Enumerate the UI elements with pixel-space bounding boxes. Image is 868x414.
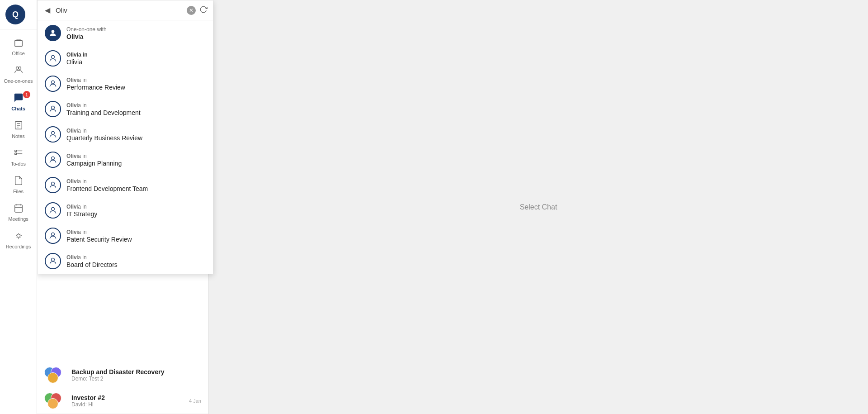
notes-label: Notes [12, 133, 25, 139]
result-top-one-on-one: One-on-one with [66, 26, 206, 33]
result-text-frontend: Olivia in Frontend Development Team [66, 178, 206, 192]
search-result-one-on-one[interactable]: One-on-one with Olivia [38, 20, 213, 46]
todos-label: To-dos [11, 161, 26, 167]
result-text-campaign: Olivia in Campaign Planning [66, 153, 206, 167]
search-result-it-strategy[interactable]: Olivia in IT Strategy [38, 198, 213, 223]
svg-point-18 [52, 30, 55, 33]
result-bottom-quarterly: Quarterly Business Review [66, 134, 206, 142]
sidebar-item-notes[interactable]: Notes [0, 116, 37, 143]
result-text-patent: Olivia in Patent Security Review [66, 229, 206, 243]
search-result-training[interactable]: Olivia in Training and Development [38, 96, 213, 122]
svg-point-20 [52, 81, 55, 84]
result-text-perf: Olivia in Performance Review [66, 77, 206, 91]
chat-info-backup: Backup and Disaster Recovery Demo: Test … [71, 368, 201, 382]
search-back-button[interactable]: ◀ [43, 5, 52, 15]
chat-time-investor: 4 Jan [189, 398, 201, 404]
content-area: Select Chat [209, 0, 868, 414]
svg-point-16 [17, 234, 20, 237]
svg-rect-0 [14, 40, 22, 46]
sidebar-item-one-on-ones[interactable]: One-on-ones [0, 61, 37, 88]
one-on-ones-icon [14, 65, 24, 77]
result-avatar-group-it [45, 202, 61, 219]
result-avatar-group-campaign [45, 152, 61, 168]
result-bottom-campaign: Campaign Planning [66, 160, 206, 167]
result-avatar-group-board [45, 253, 61, 269]
result-text-it: Olivia in IT Strategy [66, 204, 206, 218]
result-bottom-perf: Performance Review [66, 84, 206, 91]
result-bottom-board: Board of Directors [66, 261, 206, 268]
company-header: Q [0, 0, 37, 29]
result-text-quarterly: Olivia in Quarterly Business Review [66, 128, 206, 142]
chat-avatars-investor [44, 393, 66, 409]
result-text-olivia: Olivia in Olivia [66, 52, 206, 66]
svg-point-2 [16, 67, 19, 70]
search-result-patent[interactable]: Olivia in Patent Security Review [38, 223, 213, 248]
svg-point-19 [52, 55, 55, 58]
result-top-it: Olivia in [66, 204, 206, 210]
result-top-board: Olivia in [66, 254, 206, 261]
search-result-olivia-in-olivia[interactable]: Olivia in Olivia [38, 46, 213, 71]
chat-panel: Qik Enterprises Private Limited Company … [37, 0, 209, 414]
notes-icon [14, 120, 24, 132]
search-result-quarterly[interactable]: Olivia in Quarterly Business Review [38, 122, 213, 147]
meetings-icon [14, 203, 24, 215]
recordings-label: Recordings [6, 244, 31, 249]
search-clear-button[interactable]: ✕ [187, 6, 196, 15]
result-avatar-group-frontend [45, 177, 61, 193]
result-avatar-group-perf [45, 76, 61, 92]
sidebar-item-meetings[interactable]: Meetings [0, 199, 37, 226]
chats-badge: 1 [23, 91, 30, 98]
svg-point-3 [19, 67, 21, 70]
mini-avatar-3 [47, 372, 58, 383]
files-icon [14, 176, 24, 187]
meetings-label: Meetings [8, 216, 28, 222]
search-result-campaign[interactable]: Olivia in Campaign Planning [38, 147, 213, 172]
search-refresh-button[interactable] [199, 5, 208, 15]
sidebar-item-todos[interactable]: To-dos [0, 143, 37, 171]
result-text-training: Olivia in Training and Development [66, 102, 206, 116]
sidebar-item-recordings[interactable]: Recordings [0, 226, 37, 254]
search-result-performance-review[interactable]: Olivia in Performance Review [38, 71, 213, 96]
sidebar-item-files[interactable]: Files [0, 171, 37, 199]
chat-item-investor[interactable]: Investor #2 David: Hi 4 Jan [37, 388, 208, 414]
search-results-list: One-on-one with Olivia Olivia in Oli [38, 20, 213, 274]
svg-rect-10 [14, 153, 16, 155]
result-bottom-olivia: Olivia [66, 58, 206, 66]
result-bottom-it: IT Strategy [66, 210, 206, 218]
search-dropdown: ◀ ✕ [37, 0, 213, 274]
search-input[interactable] [56, 6, 183, 14]
svg-point-21 [52, 106, 55, 109]
chat-name-backup: Backup and Disaster Recovery [71, 368, 201, 376]
result-bottom-training: Training and Development [66, 109, 206, 116]
result-bottom-frontend: Frontend Development Team [66, 185, 206, 192]
chats-icon [14, 93, 24, 105]
sidebar-item-office[interactable]: Office [0, 33, 37, 61]
result-bottom-patent: Patent Security Review [66, 236, 206, 243]
result-top-campaign: Olivia in [66, 153, 206, 159]
result-top-patent: Olivia in [66, 229, 206, 235]
sidebar-item-chats[interactable]: 1 Chats [0, 88, 37, 116]
chat-info-investor: Investor #2 David: Hi [71, 394, 184, 408]
chat-preview-backup: Demo: Test 2 [71, 376, 201, 382]
result-text-board: Olivia in Board of Directors [66, 254, 206, 268]
result-top-quarterly: Olivia in [66, 128, 206, 134]
search-bar: ◀ ✕ [38, 0, 213, 20]
chat-item-backup[interactable]: Backup and Disaster Recovery Demo: Test … [37, 362, 208, 388]
svg-point-26 [52, 233, 55, 236]
app-logo: Q [5, 5, 25, 24]
sidebar: Q Office One-on-ones [0, 0, 37, 414]
files-label: Files [13, 189, 24, 194]
result-avatar-person [45, 25, 61, 41]
search-result-frontend[interactable]: Olivia in Frontend Development Team [38, 172, 213, 198]
one-on-ones-label: One-on-ones [4, 78, 33, 84]
svg-rect-12 [14, 205, 22, 213]
result-top-training: Olivia in [66, 102, 206, 109]
chat-avatars-backup [44, 367, 66, 383]
svg-point-27 [52, 258, 55, 261]
chat-name-investor: Investor #2 [71, 394, 184, 401]
office-label: Office [12, 51, 25, 56]
search-result-board[interactable]: Olivia in Board of Directors [38, 248, 213, 274]
result-bottom-one-on-one: Olivia [66, 33, 206, 40]
result-text-one-on-one: One-on-one with Olivia [66, 26, 206, 40]
chat-preview-investor: David: Hi [71, 401, 184, 408]
